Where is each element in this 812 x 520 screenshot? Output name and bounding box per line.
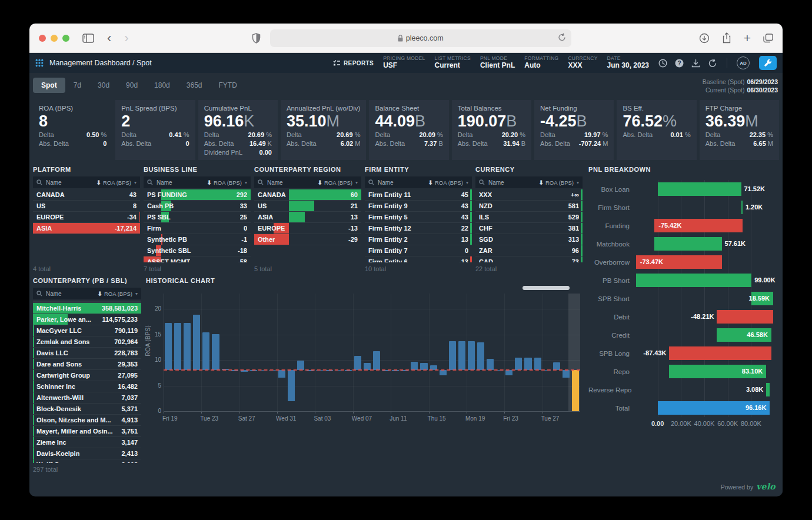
table-search-platform[interactable]: Name⬇ROA (BPS)▾ <box>33 176 140 188</box>
tab-180d[interactable]: 180d <box>146 78 178 93</box>
chart-bar[interactable] <box>411 362 418 371</box>
filter-caret-icon[interactable]: ▾ <box>577 180 579 185</box>
table-row[interactable]: Zemlak and Sons702,964 <box>33 336 141 348</box>
table-row[interactable]: Firm Entity 943 <box>365 201 472 212</box>
sort-control[interactable]: ⬇ROA (BPS)▾ <box>98 291 138 297</box>
chart-bar[interactable] <box>515 358 522 371</box>
sidebar-toggle-icon[interactable] <box>82 34 94 43</box>
table-row[interactable]: EUROPE-34 <box>33 212 140 223</box>
sort-control[interactable]: ⬇ROA (BPS)▾ <box>96 179 137 186</box>
nav-setting-pnl-mode[interactable]: PNL MODEClient PnL <box>480 56 515 70</box>
chart-bar[interactable] <box>534 358 541 371</box>
table-row[interactable]: US8 <box>33 201 140 212</box>
close-window-button[interactable] <box>39 35 46 42</box>
app-grid-icon[interactable] <box>35 59 44 67</box>
chart-bar[interactable] <box>174 323 181 371</box>
reports-button[interactable]: REPORTS <box>333 59 374 66</box>
table-row[interactable]: CAD73 <box>475 256 583 262</box>
user-avatar[interactable]: AD <box>737 56 750 69</box>
table-row[interactable]: Firm Entity 1145 <box>365 189 472 201</box>
waterfall-bar[interactable] <box>636 274 751 287</box>
sort-control[interactable]: ⬇ROA (BPS)▾ <box>207 179 247 186</box>
table-row[interactable]: Firm Entity 213 <box>365 234 472 245</box>
table-row[interactable]: Parker, Lowe an...114,575,233 <box>33 314 141 325</box>
tab-7d[interactable]: 7d <box>65 78 89 93</box>
tab-overview-icon[interactable] <box>763 34 773 43</box>
share-icon[interactable] <box>722 32 731 44</box>
chart-bar[interactable] <box>487 359 494 370</box>
waterfall-bar[interactable] <box>658 182 741 196</box>
filter-caret-icon[interactable]: ▾ <box>134 180 137 185</box>
velo-logo[interactable]: velo <box>756 482 776 491</box>
reload-icon[interactable] <box>558 33 566 42</box>
clock-icon[interactable] <box>658 59 667 68</box>
filter-caret-icon[interactable]: ▾ <box>245 180 247 185</box>
chart-scrollbar-handle[interactable] <box>523 286 570 290</box>
sort-control[interactable]: ⬇ROA (BPS)▾ <box>539 179 579 186</box>
chart-bar[interactable] <box>193 315 200 371</box>
table-row[interactable]: CANADA60 <box>254 189 361 201</box>
back-button[interactable]: ‹ <box>107 32 111 45</box>
table-row[interactable]: Firm Entity 6-13 <box>365 256 472 262</box>
tab-30d[interactable]: 30d <box>89 78 118 93</box>
waterfall-bar[interactable] <box>766 383 770 396</box>
table-row[interactable]: Synthetic PB-1 <box>144 234 251 245</box>
table-row[interactable]: Firm Entity 1222 <box>365 223 472 234</box>
refresh-icon[interactable] <box>708 59 717 68</box>
sort-control[interactable]: ⬇ROA (BPS)▾ <box>428 179 468 186</box>
nav-setting-currency[interactable]: CURRENCYXXX <box>568 56 597 70</box>
table-row[interactable]: Firm Entity 543 <box>365 212 472 223</box>
chart-bar[interactable] <box>297 361 304 371</box>
zoom-window-button[interactable] <box>62 35 69 42</box>
table-row[interactable]: ZAR96 <box>475 245 583 256</box>
table-row[interactable]: CHF381 <box>475 223 583 234</box>
tab-90d[interactable]: 90d <box>118 78 146 93</box>
filter-caret-icon[interactable]: ▾ <box>466 180 468 185</box>
downloads-icon[interactable] <box>699 33 710 44</box>
chart-bar[interactable] <box>449 341 456 371</box>
table-row[interactable]: PS FUNDING292 <box>144 189 251 201</box>
table-row[interactable]: PS SBL25 <box>144 212 251 223</box>
forward-button[interactable]: › <box>124 32 128 45</box>
chart-bar[interactable] <box>458 341 465 371</box>
tab-365d[interactable]: 365d <box>178 78 211 93</box>
table-row[interactable]: EUROPE-13 <box>254 223 361 234</box>
table-search-firm-entity[interactable]: Name⬇ROA (BPS)▾ <box>365 176 472 188</box>
chart-bar[interactable] <box>212 334 219 371</box>
chart-bar[interactable] <box>278 370 285 378</box>
table-row[interactable]: XXX+∞ <box>475 189 583 201</box>
table-row[interactable]: ILS529 <box>475 212 583 223</box>
waterfall-bar[interactable] <box>717 310 773 324</box>
chart-bar[interactable] <box>440 370 447 375</box>
table-row[interactable]: Altenwerth-Will7,037 <box>33 392 141 404</box>
table-row[interactable]: Cartwright Group27,095 <box>33 370 141 381</box>
chart-bar[interactable] <box>373 351 380 370</box>
table-row[interactable]: Zieme Inc3,147 <box>33 437 141 448</box>
table-row[interactable]: ASIA13 <box>254 212 361 223</box>
table-search-currency[interactable]: Name⬇ROA (BPS)▾ <box>475 176 583 188</box>
chart-bar[interactable] <box>165 323 172 371</box>
chart-bar[interactable] <box>524 358 531 371</box>
chart-bar[interactable] <box>563 370 570 378</box>
table-row[interactable]: Olson, Nitzsche and M...4,913 <box>33 415 141 426</box>
chart-bar[interactable] <box>202 332 209 370</box>
download-icon[interactable] <box>691 59 700 68</box>
waterfall-bar[interactable] <box>741 201 743 214</box>
nav-setting-list-metrics[interactable]: LIST METRICSCurrent <box>434 56 470 70</box>
minimize-window-button[interactable] <box>51 35 58 42</box>
nav-setting-date[interactable]: DATEJun 30, 2023 <box>607 56 649 70</box>
table-row[interactable]: ASSET MGMT-58 <box>144 256 251 262</box>
shield-icon[interactable] <box>252 33 261 44</box>
tab-spot[interactable]: Spot <box>33 78 65 93</box>
filter-caret-icon[interactable]: ▾ <box>355 180 358 185</box>
table-row[interactable]: ASIA-17,214 <box>33 223 140 234</box>
waterfall-bar[interactable] <box>654 237 721 251</box>
chart-bar[interactable] <box>184 323 191 371</box>
chart-bar[interactable] <box>477 342 484 371</box>
new-tab-icon[interactable]: + <box>744 31 751 45</box>
table-row[interactable]: Mitchell-Harris358,581,023 <box>33 303 141 314</box>
table-row[interactable]: Block-Denesik5,371 <box>33 404 141 415</box>
table-search-counterparty-region[interactable]: Name⬇ROA (BPS)▾ <box>254 176 361 188</box>
table-row[interactable]: SGD313 <box>475 234 583 245</box>
nav-setting-pricing-model[interactable]: PRICING MODELUSF <box>383 56 425 70</box>
